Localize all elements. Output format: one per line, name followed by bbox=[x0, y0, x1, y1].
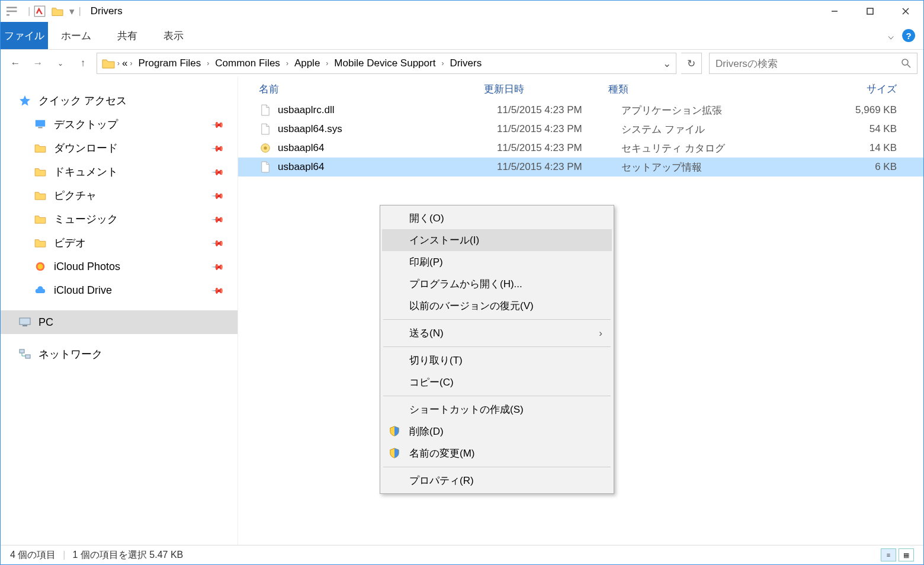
menu-item-label: 開く(O) bbox=[409, 211, 444, 225]
sidebar-network[interactable]: ネットワーク bbox=[1, 342, 238, 366]
properties-icon[interactable] bbox=[34, 5, 46, 17]
menu-item-label: コピー(C) bbox=[409, 375, 454, 389]
menu-item-label: ショートカットの作成(S) bbox=[409, 403, 524, 416]
file-row[interactable]: usbaapl6411/5/2015 4:23 PMセットアップ情報6 KB bbox=[238, 158, 923, 176]
menu-item[interactable]: 名前の変更(M) bbox=[382, 442, 612, 464]
menu-item-label: 削除(D) bbox=[409, 425, 444, 438]
svg-rect-16 bbox=[20, 349, 24, 353]
pin-icon: 📌 bbox=[211, 165, 224, 178]
column-type[interactable]: 種類 bbox=[608, 82, 789, 96]
refresh-button[interactable]: ↻ bbox=[681, 53, 702, 74]
minimize-button[interactable] bbox=[817, 1, 852, 22]
menu-item[interactable]: 送る(N)› bbox=[382, 322, 612, 344]
pin-icon: 📌 bbox=[211, 236, 224, 249]
back-button[interactable]: ← bbox=[7, 54, 24, 72]
chevron-right-icon[interactable]: › bbox=[130, 59, 132, 68]
address-dropdown-icon[interactable]: ⌄ bbox=[663, 57, 671, 70]
column-size[interactable]: ⌄サイズ bbox=[789, 82, 923, 96]
close-button[interactable] bbox=[888, 1, 923, 22]
menu-item[interactable]: 印刷(P) bbox=[382, 251, 612, 273]
search-input[interactable]: Driversの検索 bbox=[709, 53, 917, 74]
chevron-right-icon[interactable]: › bbox=[117, 59, 120, 68]
svg-point-19 bbox=[264, 146, 267, 149]
forward-button[interactable]: → bbox=[29, 54, 47, 72]
context-menu: 開く(O)インストール(I)印刷(P)プログラムから開く(H)...以前のバージ… bbox=[380, 205, 614, 494]
sidebar-item-label: クイック アクセス bbox=[38, 94, 127, 108]
breadcrumb-ellipsis[interactable]: « bbox=[122, 57, 127, 69]
status-selection: 1 個の項目を選択 5.47 KB bbox=[73, 549, 184, 561]
chevron-right-icon[interactable]: › bbox=[441, 59, 444, 68]
breadcrumb[interactable]: Apple bbox=[291, 56, 323, 70]
documents-icon bbox=[34, 165, 47, 178]
titlebar[interactable]: | ▾ | Drivers bbox=[1, 1, 923, 22]
file-type: セキュリティ カタログ bbox=[621, 142, 802, 155]
sidebar-item[interactable]: ドキュメント📌 bbox=[1, 160, 238, 184]
menu-item[interactable]: 開く(O) bbox=[382, 207, 612, 229]
sidebar-item[interactable]: ピクチャ📌 bbox=[1, 184, 238, 207]
help-button[interactable]: ? bbox=[902, 29, 915, 42]
file-size: 54 KB bbox=[802, 123, 923, 135]
menu-item[interactable]: プロパティ(R) bbox=[382, 470, 612, 492]
column-name[interactable]: 名前 bbox=[259, 82, 484, 96]
folder-title-icon bbox=[52, 5, 63, 17]
menu-item-label: プロパティ(R) bbox=[409, 474, 474, 487]
svg-rect-15 bbox=[23, 325, 27, 326]
tab-home[interactable]: ホーム bbox=[48, 22, 104, 49]
menu-item[interactable]: 削除(D) bbox=[382, 420, 612, 442]
view-details-button[interactable]: ≡ bbox=[881, 548, 896, 561]
music-icon bbox=[34, 213, 47, 226]
history-dropdown[interactable]: ⌄ bbox=[52, 54, 69, 72]
sidebar-item-label: iCloud Drive bbox=[54, 284, 112, 297]
menu-item[interactable]: 以前のバージョンの復元(V) bbox=[382, 295, 612, 317]
up-button[interactable]: ↑ bbox=[74, 54, 92, 72]
file-row[interactable]: usbaapl64.sys11/5/2015 4:23 PMシステム ファイル5… bbox=[238, 120, 923, 139]
address-bar[interactable]: › « › Program Files › Common Files › App… bbox=[97, 53, 676, 74]
chevron-right-icon[interactable]: › bbox=[326, 59, 328, 68]
maximize-button[interactable] bbox=[852, 1, 888, 22]
search-icon bbox=[901, 59, 911, 68]
menu-item[interactable]: ショートカットの作成(S) bbox=[382, 399, 612, 420]
shield-icon bbox=[389, 448, 401, 460]
breadcrumb[interactable]: Mobile Device Support bbox=[331, 56, 439, 70]
chevron-right-icon[interactable]: › bbox=[286, 59, 288, 68]
address-folder-icon bbox=[102, 58, 115, 69]
network-icon bbox=[18, 348, 31, 361]
navigation-row: ← → ⌄ ↑ › « › Program Files › Common Fil… bbox=[1, 50, 923, 77]
tab-share[interactable]: 共有 bbox=[104, 22, 150, 49]
sidebar-pc[interactable]: PC bbox=[1, 310, 238, 334]
tab-view[interactable]: 表示 bbox=[150, 22, 197, 49]
menu-item[interactable]: 切り取り(T) bbox=[382, 349, 612, 371]
menu-item[interactable]: コピー(C) bbox=[382, 371, 612, 393]
column-date[interactable]: 更新日時 bbox=[484, 82, 608, 96]
menu-item[interactable]: インストール(I) bbox=[382, 229, 612, 251]
file-size: 5,969 KB bbox=[802, 104, 923, 116]
sidebar-item[interactable]: ミュージック📌 bbox=[1, 207, 238, 231]
file-icon bbox=[259, 142, 272, 155]
menu-item-label: インストール(I) bbox=[409, 233, 479, 247]
file-row[interactable]: usbaaplrc.dll11/5/2015 4:23 PMアプリケーション拡張… bbox=[238, 101, 923, 120]
file-row[interactable]: usbaapl6411/5/2015 4:23 PMセキュリティ カタログ14 … bbox=[238, 139, 923, 158]
menu-item[interactable]: プログラムから開く(H)... bbox=[382, 273, 612, 295]
overflow-icon[interactable] bbox=[7, 5, 18, 17]
breadcrumb[interactable]: Program Files bbox=[134, 56, 204, 70]
sidebar-item[interactable]: ダウンロード📌 bbox=[1, 136, 238, 160]
qat-dropdown-icon[interactable]: ▾ bbox=[69, 5, 75, 18]
file-size: 14 KB bbox=[802, 142, 923, 154]
sidebar-quick-access[interactable]: クイック アクセス bbox=[1, 89, 238, 113]
tab-file[interactable]: ファイル bbox=[1, 22, 48, 49]
file-date: 11/5/2015 4:23 PM bbox=[497, 142, 621, 154]
sidebar-item[interactable]: デスクトップ📌 bbox=[1, 113, 238, 136]
view-icons-button[interactable]: ▦ bbox=[899, 548, 914, 561]
sidebar-item[interactable]: ビデオ📌 bbox=[1, 231, 238, 255]
breadcrumb[interactable]: Drivers bbox=[446, 56, 485, 70]
search-placeholder: Driversの検索 bbox=[716, 57, 901, 70]
sidebar-item[interactable]: iCloud Drive📌 bbox=[1, 278, 238, 302]
sidebar-item[interactable]: iCloud Photos📌 bbox=[1, 255, 238, 278]
ribbon-chevron-down-icon[interactable]: ⌵ bbox=[888, 30, 894, 42]
pin-icon: 📌 bbox=[211, 283, 224, 297]
pin-icon: 📌 bbox=[211, 117, 224, 131]
icloud-drive-icon bbox=[34, 284, 47, 297]
menu-item-label: 以前のバージョンの復元(V) bbox=[409, 299, 534, 313]
chevron-right-icon[interactable]: › bbox=[207, 59, 209, 68]
breadcrumb[interactable]: Common Files bbox=[211, 56, 284, 70]
